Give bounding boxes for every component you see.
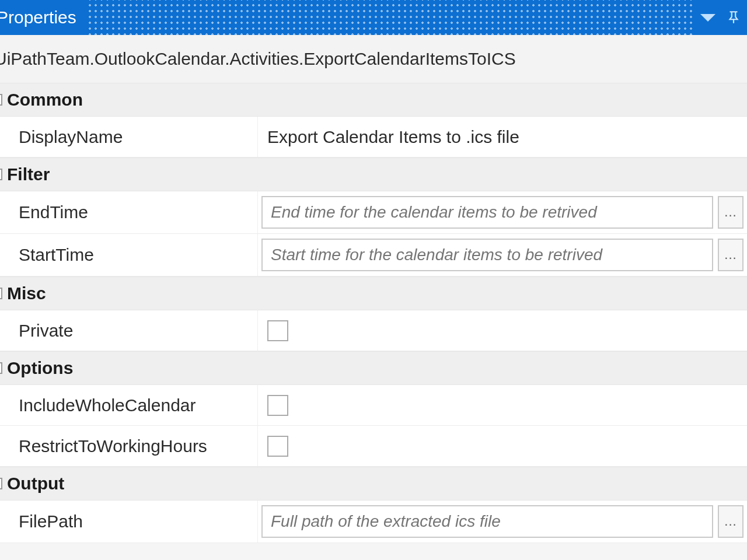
titlebar-actions <box>700 10 743 25</box>
category-filter[interactable]: − Filter <box>0 158 747 191</box>
category-output[interactable]: − Output <box>0 467 747 501</box>
property-value <box>258 385 747 425</box>
category-label: Filter <box>7 164 50 184</box>
property-row-endtime: EndTime ... <box>0 191 747 234</box>
expander-icon[interactable]: − <box>0 94 2 106</box>
starttime-input[interactable] <box>261 239 713 271</box>
activity-class-path: UiPathTeam.OutlookCalendar.Activities.Ex… <box>0 35 747 83</box>
category-label: Misc <box>7 284 46 303</box>
property-row-includewholecalendar: IncludeWholeCalendar <box>0 385 747 426</box>
property-value: ... <box>258 501 747 542</box>
property-row-filepath: FilePath ... <box>0 501 747 543</box>
expander-icon[interactable]: − <box>0 169 2 180</box>
category-label: Common <box>7 90 83 110</box>
property-name: RestrictToWorkingHours <box>0 426 258 466</box>
property-row-displayname: DisplayName Export Calendar Items to .ic… <box>0 117 747 158</box>
endtime-input[interactable] <box>261 196 713 229</box>
property-row-restricttoworkinghours: RestrictToWorkingHours <box>0 426 747 467</box>
property-value: ... <box>258 234 747 276</box>
property-value <box>258 426 747 466</box>
property-name: DisplayName <box>0 117 258 157</box>
restricttoworkinghours-checkbox[interactable] <box>267 436 288 457</box>
filepath-browse-button[interactable]: ... <box>718 505 743 538</box>
collapse-panel-icon[interactable] <box>700 14 715 22</box>
property-name: IncludeWholeCalendar <box>0 385 258 425</box>
category-misc[interactable]: − Misc <box>0 276 747 310</box>
property-value-displayname[interactable]: Export Calendar Items to .ics file <box>258 117 747 157</box>
starttime-browse-button[interactable]: ... <box>718 239 743 271</box>
properties-grid: − Common DisplayName Export Calendar Ite… <box>0 83 747 543</box>
displayname-value[interactable]: Export Calendar Items to .ics file <box>261 127 519 147</box>
category-label: Output <box>7 474 64 494</box>
properties-panel-titlebar: Properties <box>0 0 747 35</box>
endtime-browse-button[interactable]: ... <box>718 196 743 229</box>
expander-icon[interactable]: − <box>0 288 2 299</box>
includewholecalendar-checkbox[interactable] <box>267 395 288 416</box>
property-name: Private <box>0 310 258 351</box>
category-common[interactable]: − Common <box>0 83 747 117</box>
titlebar-grip[interactable] <box>87 0 693 35</box>
property-row-starttime: StartTime ... <box>0 234 747 276</box>
expander-icon[interactable]: − <box>0 362 2 374</box>
filepath-input[interactable] <box>261 505 713 538</box>
property-row-private: Private <box>0 310 747 351</box>
property-value <box>258 310 747 351</box>
property-name: EndTime <box>0 191 258 233</box>
panel-title: Properties <box>0 8 76 27</box>
expander-icon[interactable]: − <box>0 478 2 489</box>
private-checkbox[interactable] <box>267 320 288 341</box>
property-value: ... <box>258 191 747 233</box>
category-options[interactable]: − Options <box>0 351 747 385</box>
pin-icon[interactable] <box>726 10 741 25</box>
property-name: StartTime <box>0 234 258 276</box>
property-name: FilePath <box>0 501 258 542</box>
category-label: Options <box>7 358 73 378</box>
